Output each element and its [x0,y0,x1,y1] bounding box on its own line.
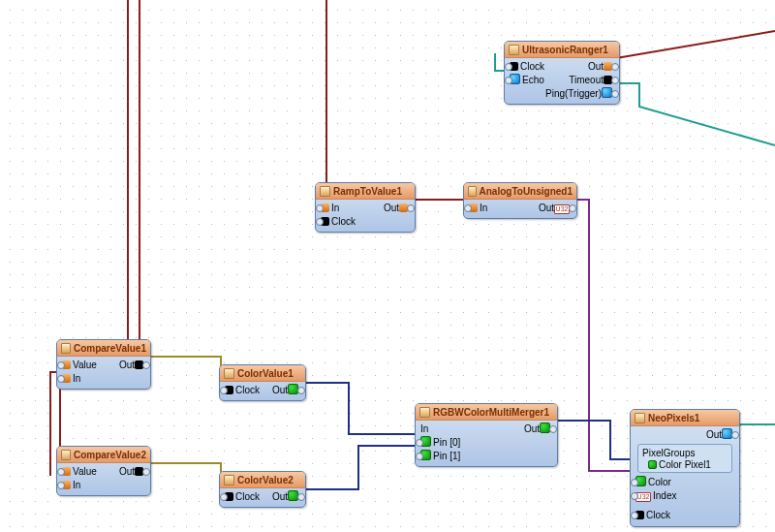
pixel-groups-box[interactable]: PixelGroups Color Pixel1 [637,444,732,473]
title-text: NeoPixels1 [648,413,699,423]
pin-icon[interactable] [57,468,65,476]
node-compare-value-2[interactable]: CompareValue2 Value Out In [56,446,151,496]
group-item[interactable]: Color Pixel1 [659,459,711,470]
node-title: NeoPixels1 [631,410,739,426]
title-text: RGBWColorMultiMerger1 [433,407,549,418]
port-pin-0[interactable]: Pin [0] [433,437,460,448]
pin-icon[interactable] [569,204,576,212]
title-text: RampToValue1 [333,186,402,197]
title-text: UltrasonicRanger1 [522,45,608,55]
port-out[interactable]: Out [119,360,135,370]
pin-icon[interactable] [631,479,638,486]
port-in[interactable]: In [73,373,80,384]
component-icon [320,186,330,197]
component-icon [224,475,234,485]
port-timeout[interactable]: Timeout [569,75,604,85]
port-out[interactable]: Out [524,423,540,434]
pin-icon[interactable] [549,425,557,433]
port-out[interactable]: Out [272,491,288,502]
port-index[interactable]: Index [653,490,676,501]
node-color-value-2[interactable]: ColorValue2 Clock Out [219,471,306,508]
pin-icon[interactable] [611,63,619,71]
node-title: CompareValue2 [57,447,150,463]
port-clock[interactable]: Clock [331,216,356,227]
u32-icon: U32 [554,204,570,214]
pin-icon[interactable] [220,493,228,501]
pin-icon[interactable] [297,387,305,394]
port-in[interactable]: In [73,480,80,490]
pin-icon[interactable] [505,63,512,71]
component-icon [468,186,477,197]
pin-icon[interactable] [297,493,305,501]
port-ping[interactable]: Ping(Trigger) [545,88,602,99]
title-text: ColorValue1 [237,368,294,379]
pin-icon[interactable] [142,468,150,476]
port-out[interactable]: Out [539,203,554,213]
node-title: RampToValue1 [316,183,415,200]
port-clock[interactable]: Clock [235,491,260,502]
port-in[interactable]: In [331,203,339,213]
node-title: ColorValue1 [220,365,305,382]
node-ramp-to-value[interactable]: RampToValue1 In Out Clock [315,182,416,233]
node-color-value-1[interactable]: ColorValue1 Clock Out [219,364,306,401]
pin-icon[interactable] [611,90,619,98]
component-icon [635,413,645,423]
pin-icon[interactable] [464,204,472,212]
port-echo[interactable]: Echo [522,75,544,85]
title-text: CompareValue2 [74,450,146,460]
pin-icon[interactable] [57,361,65,369]
pin-icon[interactable] [611,77,619,84]
node-title: ColorValue2 [220,472,305,488]
node-compare-value-1[interactable]: CompareValue1 Value Out In [56,339,151,390]
node-title: AnalogToUnsigned1 [464,183,576,200]
node-analog-to-unsigned[interactable]: AnalogToUnsigned1 In OutU32 [463,182,577,219]
pin-icon[interactable] [407,204,415,212]
pin-icon[interactable] [57,375,65,383]
component-icon [61,343,71,354]
port-color[interactable]: Color [648,477,671,487]
pin-icon[interactable] [316,204,324,212]
pin-icon[interactable] [57,482,65,489]
node-title: RGBWColorMultiMerger1 [416,404,557,421]
pin-icon[interactable] [631,512,638,519]
node-title: CompareValue1 [57,340,150,357]
node-rgbw-color-multi-merger[interactable]: RGBWColorMultiMerger1 In Out Pin [0] Pin… [415,403,558,467]
node-ultrasonic-ranger[interactable]: UltrasonicRanger1 Clock Out Echo Timeout… [504,41,620,105]
port-out[interactable]: Out [272,385,288,395]
port-pin-1[interactable]: Pin [1] [433,451,460,461]
port-out[interactable]: Out [588,61,604,72]
pin-icon[interactable] [316,218,324,226]
component-icon [61,450,71,460]
pin-icon[interactable] [631,492,638,500]
port-out[interactable]: Out [119,466,135,477]
pin-icon[interactable] [142,361,150,369]
pin-icon[interactable] [220,387,228,394]
port-out[interactable]: Out [384,203,399,213]
port-value[interactable]: Value [73,466,97,477]
pin-icon[interactable] [505,77,512,84]
component-icon [419,407,430,418]
node-title: UltrasonicRanger1 [505,42,619,58]
port-out[interactable]: Out [706,429,722,440]
port-clock[interactable]: Clock [520,61,544,72]
diagram-canvas[interactable]: { "nodes": { "ultrasonic": { "title": "U… [0,0,775,532]
pin-icon[interactable] [416,439,423,447]
pin-icon[interactable] [416,453,423,460]
node-neopixels[interactable]: NeoPixels1 Out PixelGroups Color Pixel1 … [630,409,740,527]
pin-icon[interactable] [731,431,739,439]
title-text: AnalogToUnsigned1 [480,186,573,197]
title-text: CompareValue1 [74,343,146,354]
port-value[interactable]: Value [73,360,97,370]
port-in[interactable]: In [480,203,487,213]
component-icon [509,45,519,55]
port-clock[interactable]: Clock [646,510,670,520]
title-text: ColorValue2 [237,475,294,485]
port-clock[interactable]: Clock [235,385,260,395]
component-icon [224,368,234,379]
port-in-group: In [420,423,428,434]
